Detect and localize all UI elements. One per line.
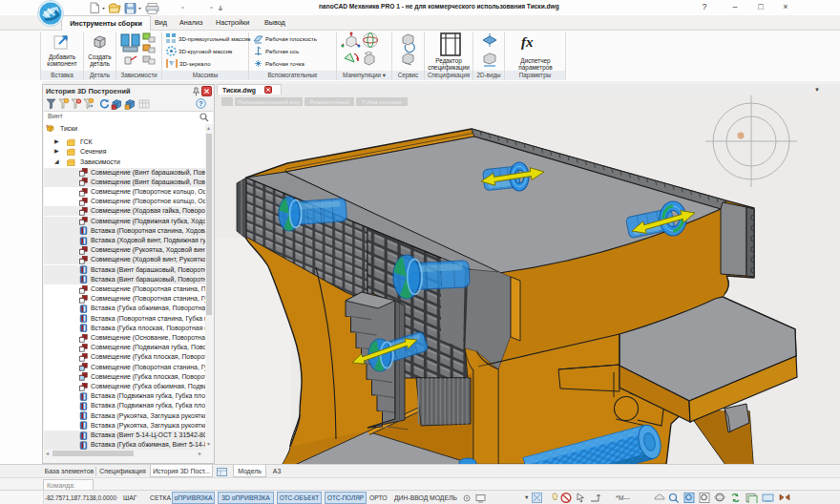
svg-text:?: ? xyxy=(199,100,202,107)
